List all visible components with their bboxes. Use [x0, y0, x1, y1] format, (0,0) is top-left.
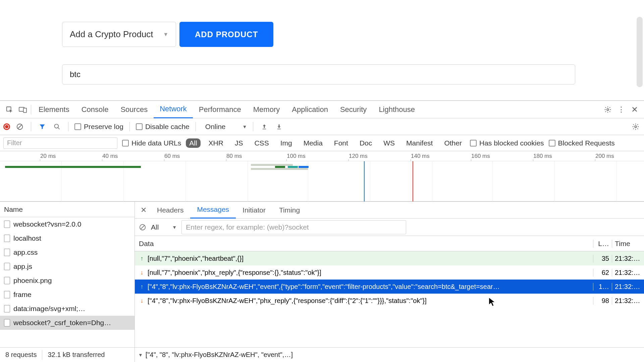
network-timeline[interactable]: 20 ms 40 ms 60 ms 80 ms 100 ms 120 ms 14… — [0, 151, 644, 201]
svg-rect-2 — [23, 108, 26, 112]
request-row[interactable]: app.css — [0, 245, 135, 259]
search-value: btc — [70, 70, 80, 79]
chevron-down-icon: ▼ — [163, 32, 168, 38]
filter-input[interactable]: Filter — [3, 137, 117, 149]
page-content: Add a Crypto Product ▼ ADD PRODUCT btc — [0, 0, 644, 101]
clear-messages-icon[interactable] — [139, 224, 146, 231]
chevron-down-icon: ▼ — [243, 124, 247, 129]
request-count: 8 requests — [0, 351, 42, 359]
hide-data-urls-checkbox[interactable]: Hide data URLs — [122, 139, 181, 147]
col-time[interactable]: Time — [612, 240, 644, 248]
page-scrollbar[interactable] — [637, 17, 643, 87]
crypto-product-select[interactable]: Add a Crypto Product ▼ — [62, 22, 176, 47]
select-label: Add a Crypto Product — [70, 29, 153, 40]
type-media[interactable]: Media — [300, 138, 326, 148]
add-product-label: ADD PRODUCT — [195, 30, 258, 39]
detail-tab-messages[interactable]: Messages — [190, 202, 236, 219]
kebab-icon[interactable]: ⋮ — [614, 103, 628, 116]
message-regex-input[interactable]: Enter regex, for example: (web)?socket — [181, 220, 406, 234]
upload-icon[interactable] — [259, 122, 269, 132]
request-row[interactable]: localhost — [0, 231, 135, 245]
file-icon — [4, 221, 10, 228]
col-length[interactable]: L… — [593, 240, 612, 248]
search-input[interactable]: btc — [62, 64, 575, 84]
throttling-select[interactable]: Online ▼ — [205, 123, 247, 131]
request-row[interactable]: data:image/svg+xml;… — [0, 302, 135, 316]
type-css[interactable]: CSS — [251, 138, 272, 148]
type-font[interactable]: Font — [331, 138, 352, 148]
type-js[interactable]: JS — [231, 138, 247, 148]
download-icon[interactable] — [274, 122, 284, 132]
type-doc[interactable]: Doc — [356, 138, 375, 148]
tab-lighthouse[interactable]: Lighthouse — [373, 101, 421, 118]
tab-application[interactable]: Application — [286, 101, 334, 118]
tab-network[interactable]: Network — [154, 101, 193, 118]
status-bar: 8 requests 32.1 kB transferred — [0, 347, 135, 362]
record-button[interactable] — [3, 123, 10, 130]
chevron-down-icon: ▼ — [172, 225, 177, 230]
file-icon — [4, 235, 10, 242]
request-row[interactable]: phoenix.png — [0, 274, 135, 288]
tab-console[interactable]: Console — [75, 101, 115, 118]
file-icon — [4, 319, 10, 326]
tab-memory[interactable]: Memory — [247, 101, 286, 118]
messages-toolbar: All ▼ Enter regex, for example: (web)?so… — [135, 219, 644, 236]
file-icon — [4, 249, 10, 256]
message-row[interactable]: ↓["4","8","lv:phx-FlyoBsKZNrAZ-wEH","phx… — [135, 294, 644, 308]
close-detail-icon[interactable]: ✕ — [137, 203, 150, 217]
svg-point-10 — [635, 126, 637, 128]
detail-tab-initiator[interactable]: Initiator — [236, 202, 272, 219]
preserve-log-checkbox[interactable]: Preserve log — [74, 123, 123, 131]
message-row[interactable]: ↑["4","8","lv:phx-FlyoBsKZNrAZ-wEH","eve… — [135, 280, 644, 294]
add-product-button[interactable]: ADD PRODUCT — [179, 22, 273, 47]
request-row[interactable]: frame — [0, 288, 135, 302]
message-type-select[interactable]: All ▼ — [151, 223, 177, 231]
col-data[interactable]: Data — [135, 240, 593, 248]
filter-icon[interactable] — [37, 122, 47, 132]
type-other[interactable]: Other — [441, 138, 465, 148]
detail-tab-headers[interactable]: Headers — [150, 202, 190, 219]
devtools-panel: Elements Console Sources Network Perform… — [0, 101, 644, 362]
close-icon[interactable]: ✕ — [628, 103, 641, 116]
message-row[interactable]: ↓[null,"7","phoenix","phx_reply",{"respo… — [135, 265, 644, 280]
disable-cache-checkbox[interactable]: Disable cache — [136, 123, 190, 131]
request-row[interactable]: websocket?vsn=2.0.0 — [0, 217, 135, 231]
arrow-down-icon: ↓ — [139, 269, 145, 276]
request-row[interactable]: app.js — [0, 259, 135, 274]
search-icon[interactable] — [52, 122, 62, 132]
type-img[interactable]: Img — [277, 138, 296, 148]
type-all[interactable]: All — [186, 138, 200, 148]
svg-rect-9 — [277, 129, 281, 129]
type-xhr[interactable]: XHR — [205, 138, 227, 148]
clear-icon[interactable] — [15, 122, 25, 132]
name-column-header[interactable]: Name — [0, 202, 135, 217]
svg-line-7 — [58, 127, 60, 129]
type-manifest[interactable]: Manifest — [403, 138, 436, 148]
tab-performance[interactable]: Performance — [193, 101, 247, 118]
request-row[interactable]: websocket?_csrf_token=Dhg… — [0, 316, 135, 330]
blocked-requests-checkbox[interactable]: Blocked Requests — [549, 139, 615, 147]
inspect-icon[interactable] — [3, 103, 16, 116]
device-toggle-icon[interactable] — [16, 103, 30, 116]
blocked-cookies-checkbox[interactable]: Has blocked cookies — [470, 139, 544, 147]
detail-tab-timing[interactable]: Timing — [272, 202, 307, 219]
arrow-down-icon: ↓ — [139, 297, 145, 304]
type-ws[interactable]: WS — [380, 138, 398, 148]
detail-tabs: ✕ Headers Messages Initiator Timing — [135, 202, 644, 219]
svg-point-3 — [607, 109, 609, 111]
svg-rect-8 — [263, 129, 266, 129]
tab-security[interactable]: Security — [334, 101, 373, 118]
tab-elements[interactable]: Elements — [33, 101, 75, 118]
message-row[interactable]: ↑[null,"7","phoenix","heartbeat",{}] 35 … — [135, 251, 644, 265]
file-icon — [4, 277, 10, 284]
arrow-up-icon: ↑ — [139, 283, 145, 290]
tab-sources[interactable]: Sources — [114, 101, 154, 118]
svg-point-6 — [55, 124, 59, 128]
transferred-size: 32.1 kB transferred — [42, 351, 110, 359]
svg-line-5 — [18, 125, 22, 128]
caret-down-icon: ▼ — [138, 352, 143, 358]
gear-icon[interactable] — [601, 103, 614, 116]
message-detail[interactable]: ▼ ["4", "8", "lv:phx-FlyoBsKZNrAZ-wEH", … — [135, 347, 644, 362]
gear-icon[interactable] — [631, 122, 641, 132]
request-list: Name websocket?vsn=2.0.0 localhost app.c… — [0, 202, 135, 362]
